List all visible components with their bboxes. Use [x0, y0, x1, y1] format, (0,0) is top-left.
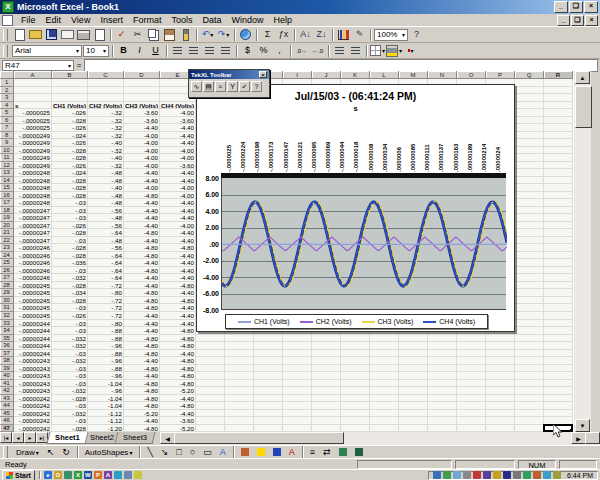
- tray-icon[interactable]: [533, 471, 541, 479]
- cell-B34[interactable]: -.03: [52, 327, 88, 335]
- cell-D24[interactable]: -4.80: [124, 252, 160, 260]
- row-header-44[interactable]: 44: [0, 402, 14, 410]
- cells-F-R-row41[interactable]: [196, 380, 573, 388]
- cell-D45[interactable]: -5.20: [124, 410, 160, 418]
- cell-C2[interactable]: [88, 87, 124, 95]
- cell-A37[interactable]: -.00000244: [14, 350, 52, 358]
- cell-B9[interactable]: -.026: [52, 139, 88, 147]
- cell-B10[interactable]: -.028: [52, 147, 88, 155]
- row-header-18[interactable]: 18: [0, 207, 14, 215]
- cell-A23[interactable]: -.00000246: [14, 244, 52, 252]
- dropdown-icon[interactable]: ▾: [129, 449, 132, 456]
- cell-D26[interactable]: -4.80: [124, 267, 160, 275]
- bold-button[interactable]: B: [116, 44, 131, 58]
- font-color-button[interactable]: ▾: [403, 44, 418, 58]
- cell-D40[interactable]: -4.40: [124, 372, 160, 380]
- restore-button[interactable]: ❏: [569, 1, 583, 13]
- column-header-N[interactable]: N: [428, 71, 457, 79]
- cell-D6[interactable]: -3.60: [124, 117, 160, 125]
- cell-C46[interactable]: -1.12: [88, 417, 124, 425]
- tekxl-close-button[interactable]: ×: [259, 71, 267, 78]
- cell-D23[interactable]: -4.80: [124, 244, 160, 252]
- print-button[interactable]: [76, 28, 91, 42]
- cell-D5[interactable]: -3.60: [124, 109, 160, 117]
- cell-A22[interactable]: -.00000247: [14, 237, 52, 245]
- paste-function-button[interactable]: ƒx: [276, 28, 291, 42]
- cell-E6[interactable]: -3.60: [160, 117, 196, 125]
- menu-insert[interactable]: Insert: [95, 15, 128, 25]
- cell-B2[interactable]: [52, 87, 88, 95]
- cell-C16[interactable]: -.48: [88, 192, 124, 200]
- cell-B6[interactable]: -.028: [52, 117, 88, 125]
- cell-D11[interactable]: -4.00: [124, 154, 160, 162]
- cell-E7[interactable]: -4.40: [160, 124, 196, 132]
- italic-button[interactable]: I: [132, 44, 147, 58]
- row-header-9[interactable]: 9: [0, 139, 14, 147]
- cell-B4[interactable]: CH1 (Volts): [52, 102, 88, 110]
- cell-C3[interactable]: [88, 94, 124, 102]
- cell-E14[interactable]: -4.40: [160, 177, 196, 185]
- cell-B22[interactable]: -.03: [52, 237, 88, 245]
- cell-A34[interactable]: -.00000244: [14, 327, 52, 335]
- column-header-C[interactable]: C: [88, 71, 124, 79]
- cell-A16[interactable]: -.00000248: [14, 192, 52, 200]
- oval-button[interactable]: ○: [187, 447, 198, 458]
- cell-C45[interactable]: -1.12: [88, 410, 124, 418]
- increase-indent-button[interactable]: [348, 44, 363, 58]
- cell-C31[interactable]: -.72: [88, 304, 124, 312]
- cell-D10[interactable]: -4.00: [124, 147, 160, 155]
- equals-icon[interactable]: =: [76, 61, 82, 70]
- cell-B43[interactable]: -.028: [52, 395, 88, 403]
- column-header-D[interactable]: D: [124, 71, 160, 79]
- cell-D32[interactable]: -4.40: [124, 312, 160, 320]
- select-all-corner[interactable]: [0, 71, 14, 79]
- cell-C37[interactable]: -.88: [88, 350, 124, 358]
- cells-F-R-row37[interactable]: [196, 350, 573, 358]
- fill-color-button[interactable]: ▾: [386, 44, 402, 58]
- cell-C17[interactable]: -.48: [88, 199, 124, 207]
- autoshapes-menu-button[interactable]: AutoShapes▾: [82, 447, 136, 458]
- cell-D38[interactable]: -4.40: [124, 357, 160, 365]
- dropdown-icon[interactable]: ▾: [36, 449, 39, 456]
- cell-C21[interactable]: -.64: [88, 229, 124, 237]
- properties-button[interactable]: ▤: [203, 81, 214, 92]
- menu-file[interactable]: File: [16, 15, 41, 25]
- dropdown-icon[interactable]: ▾: [402, 32, 405, 38]
- cell-D12[interactable]: -4.00: [124, 162, 160, 170]
- cell-B42[interactable]: -.032: [52, 387, 88, 395]
- cell-D36[interactable]: -4.80: [124, 342, 160, 350]
- cell-B30[interactable]: -.028: [52, 297, 88, 305]
- cell-D46[interactable]: -4.40: [124, 417, 160, 425]
- percent-button[interactable]: %: [256, 44, 271, 58]
- cell-A30[interactable]: -.00000245: [14, 297, 52, 305]
- column-header-A[interactable]: A: [14, 71, 52, 79]
- cell-D19[interactable]: -4.40: [124, 214, 160, 222]
- tekxl-toolbar-window[interactable]: TekXL Toolbar × ∿▤≈Y✓?: [188, 69, 270, 98]
- row-header-7[interactable]: 7: [0, 124, 14, 132]
- cell-A17[interactable]: -.00000248: [14, 199, 52, 207]
- zoom-combo-box[interactable]: 100%▾: [374, 29, 408, 41]
- cell-B14[interactable]: -.028: [52, 177, 88, 185]
- row-header-14[interactable]: 14: [0, 177, 14, 185]
- cell-C35[interactable]: -.88: [88, 335, 124, 343]
- workbook-restore-button[interactable]: ❏: [571, 15, 584, 26]
- get-waveform-button[interactable]: ≈: [215, 81, 226, 92]
- row-header-1[interactable]: 1: [0, 79, 14, 87]
- cell-C44[interactable]: -1.04: [88, 402, 124, 410]
- cell-E39[interactable]: -4.80: [160, 365, 196, 373]
- tray-icon[interactable]: [453, 471, 461, 479]
- cell-C29[interactable]: -.80: [88, 289, 124, 297]
- cell-C20[interactable]: -.56: [88, 222, 124, 230]
- cell-D20[interactable]: -4.40: [124, 222, 160, 230]
- cell-C8[interactable]: -.32: [88, 132, 124, 140]
- row-header-5[interactable]: 5: [0, 109, 14, 117]
- cells-F-R-row39[interactable]: [196, 365, 573, 373]
- cell-B38[interactable]: -.032: [52, 357, 88, 365]
- open-button[interactable]: [28, 28, 43, 42]
- row-header-37[interactable]: 37: [0, 350, 14, 358]
- dropdown-icon[interactable]: ▾: [76, 47, 79, 54]
- tray-icon[interactable]: [433, 471, 441, 479]
- cell-C25[interactable]: -.64: [88, 259, 124, 267]
- cell-A12[interactable]: -.00000249: [14, 162, 52, 170]
- cell-B15[interactable]: -.028: [52, 184, 88, 192]
